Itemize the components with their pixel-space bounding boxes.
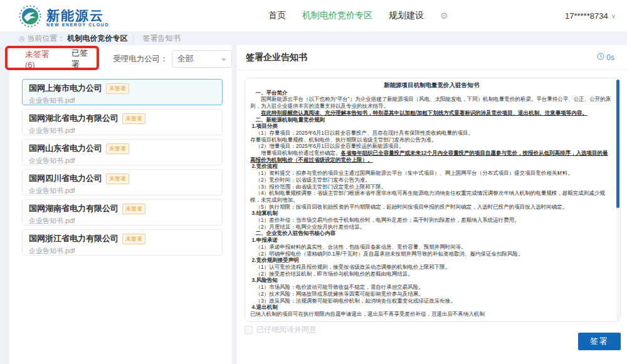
agree-row: 已仔细阅读并同意 [245, 325, 317, 335]
unsigned-status-badge: 未签署 [122, 204, 145, 214]
doc-line: （5）执行期限：按项目回收初始投资的平均期限确定，起始时间按项目申报的投产时间确… [250, 204, 613, 211]
agree-label: 已仔细阅读并同意 [256, 325, 317, 335]
doc-line: 已纳入机制的项目可在执行期限内自愿申请退出，退出后不再享受差价补偿，且退出后不再… [250, 311, 613, 318]
doc-line: （2）增量项目：2025年6月1日以后全容量投运的新能源项目。 [250, 143, 613, 150]
doc-line: （2）月度结算：电网企业按月执行差价结算。 [250, 224, 613, 231]
doc-line: （3）政策风险：法规调整可能影响电价机制，如消纳责任权重变化或绿证政策衔接。 [250, 298, 613, 304]
company-name: 国网上海市电力公司 [29, 83, 102, 94]
company-card[interactable]: 国网四川省电力公司 未签署 企业告知书.pdf [22, 169, 223, 195]
company-name: 国网浙江省电力有限公司 [29, 233, 119, 244]
sign-panel: 签署企业告知书 0s 新能源项目机制电量竞价入驻告知书一、平台简介国网新能源云平… [237, 45, 627, 364]
company-card[interactable]: 国网湖北省电力有限公司 未签署 企业告知书.pdf [22, 109, 223, 135]
doc-line: 二、企业竞价入驻告知书核心内容 [250, 230, 613, 237]
doc-line: 2.竞价流程 [250, 163, 613, 170]
company-card[interactable]: 国网上海市电力公司 未签署 企业告知书.pdf [22, 79, 223, 105]
doc-line: 2.竞价规则接受声明 [250, 257, 613, 264]
doc-line: （3）报价范围：由省级主管部门设定竞价上限和下限。 [250, 184, 613, 190]
nav-item-bidding-zone[interactable]: 机制电价竞价专区 [302, 10, 372, 21]
document-scrollbar-thumb[interactable] [616, 80, 619, 208]
doc-line: （4）机制电量规模调整：省级主管部门根据本省年度非水电可再生能源电力消纳责任权重… [250, 190, 613, 203]
company-card-top: 国网湖北省电力有限公司 未签署 [29, 113, 216, 124]
unsigned-status-badge: 未签署 [106, 143, 129, 154]
document-content: 新能源项目机制电量竞价入驻告知书一、平台简介国网新能源云平台（以下也称为“平台”… [250, 82, 613, 321]
clock-icon [597, 53, 604, 62]
doc-line: （1）存量项目：2025年6月1日以前全容量投产、且存在现行具有保障性质收购电量… [250, 130, 613, 137]
doc-line: （2）竞价时间：以省级主管部门发布公告为准。 [250, 177, 613, 184]
tabs-row: 未签署(6) 已签署 受理电力公司： 全部 [9, 45, 232, 73]
doc-line: 存量项目机制电量规模、机制电价、执行期限以省级主管部门发布的公告为准。 [250, 137, 613, 143]
gear-icon[interactable]: ⚙ [440, 11, 448, 21]
location-pin-icon: ◎ [19, 34, 25, 43]
notice-document: 新能源项目机制电量竞价入驻告知书一、平台简介国网新能源云平台（以下也称为“平台”… [245, 78, 621, 322]
chevron-down-icon: ∨ [611, 13, 616, 19]
agree-checkbox[interactable] [245, 326, 253, 334]
doc-line: （1）差价补偿：当市场交易均价低于机制电价时，电网补足差价；高于时则扣除差价，差… [250, 217, 613, 224]
timer-value: 0s [606, 53, 614, 62]
doc-line: 国网新能源云平台（以下也称为“平台”）为企业搭建了新能源项目（风电、太阳能发电，… [250, 96, 613, 109]
company-file: 企业告知书.pdf [29, 186, 216, 195]
logo[interactable]: 新能源云 NEW ENERGY CLOUD [19, 5, 109, 30]
doc-line: 增量项目机制电价通过竞价确定。各省每年组织已全容量投产或未来12个月内全容量投产… [250, 150, 613, 163]
top-bar: 新能源云 NEW ENERGY CLOUD 首页 机制电价竞价专区 规划建设 ⚙… [0, 0, 627, 31]
company-file: 企业告知书.pdf [29, 216, 216, 226]
power-company-select-value: 全部 [177, 53, 194, 65]
company-card[interactable]: 国网山东省电力公司 未签署 企业告知书.pdf [22, 139, 223, 165]
doc-line: 一、平台简介 [250, 90, 613, 96]
company-card-top: 国网浙江省电力有限公司 未签署 [29, 233, 216, 244]
doc-line: （1）资料提交：拟参与竞价的项目业主通过国网新能源云平台（集中式项目）、网上国网… [250, 170, 613, 177]
doc-line: （2）明确申报电价（需精确到0.1厘/千瓦时）及自愿承担未按期并网导致的补贴资格… [250, 251, 613, 257]
company-list: 国网上海市电力公司 未签署 企业告知书.pdf 国网湖北省电力有限公司 未签署 … [9, 73, 232, 256]
nav-item-home[interactable]: 首页 [268, 10, 286, 21]
company-file: 企业告知书.pdf [29, 96, 216, 105]
power-company-select[interactable]: 全部 [172, 50, 232, 68]
unsigned-status-badge: 未签署 [122, 113, 145, 124]
filter-label: 受理电力公司： [113, 54, 168, 65]
company-file: 企业告知书.pdf [29, 126, 216, 135]
doc-line: （1）承诺申报材料的真实性、合法性，包括项目备案信息、竞价容量、预期并网时间等。 [250, 244, 613, 251]
nav-item-planning[interactable]: 规划建设 [389, 10, 424, 21]
read-timer: 0s [597, 53, 614, 62]
logo-title: 新能源云 [46, 9, 109, 23]
tab-signed[interactable]: 已签署 [71, 48, 90, 70]
company-file: 企业告知书.pdf [29, 246, 216, 256]
account-menu[interactable]: 17*****8734 ∨ [565, 0, 616, 31]
doc-line: 二、新能源机制电量竞价规则 [250, 117, 613, 123]
breadcrumb-current: 签署告知书 [143, 33, 181, 44]
breadcrumb-section[interactable]: 机制电价竞价专区 [68, 33, 128, 44]
breadcrumb: ◎ 当前位置： 机制电价竞价专区 〉 签署告知书 [0, 31, 627, 45]
account-phone: 17*****8734 [565, 11, 608, 21]
logo-subtitle: NEW ENERGY CLOUD [46, 23, 109, 27]
panel-header: 签署企业告知书 0s [237, 45, 627, 70]
breadcrumb-label: 当前位置： [28, 33, 65, 44]
doc-line: 在此特别提醒您认真阅读、充分理解本告知书，特别是其中以加粗/加粗下划线方式显著标… [250, 110, 613, 117]
doc-line: 1.申报承诺 [250, 237, 613, 244]
company-card-top: 国网四川省电力公司 未签署 [29, 173, 216, 184]
new-energy-cloud-logo-icon [19, 5, 41, 30]
company-card[interactable]: 国网浙江省电力有限公司 未签署 企业告知书.pdf [22, 229, 223, 256]
sign-button[interactable]: 签署 [578, 333, 621, 350]
doc-line: （2）技术风险：网络故障或系统瘫痪等因素可能影响竞价参与及结果。 [250, 291, 613, 298]
doc-line: 3.风险告知 [250, 277, 613, 284]
company-card[interactable]: 国网湖南省电力有限公司 未签署 企业告知书.pdf [22, 199, 223, 226]
breadcrumb-separator: 〉 [132, 33, 139, 44]
company-file: 企业告知书.pdf [29, 156, 216, 165]
doc-line: 新能源项目机制电量竞价入驻告知书 [250, 82, 613, 89]
doc-line: （2）接受差价结算机制，即市场价与机制电价的差额由电网结算。 [250, 271, 613, 278]
doc-line: 3.结算机制 [250, 210, 613, 217]
company-name: 国网四川省电力公司 [29, 173, 102, 184]
company-card-top: 国网山东省电力公司 未签署 [29, 143, 216, 154]
unsigned-status-badge: 未签署 [106, 83, 129, 94]
company-name: 国网山东省电力公司 [29, 143, 102, 154]
chevron-down-icon [221, 58, 226, 61]
doc-line: 1.项目分类 [250, 123, 613, 130]
company-name: 国网湖南省电力有限公司 [29, 203, 119, 214]
doc-line: （1）认可竞价流程及报价规则，接受按省级政策动态调整的机制电价上限和下限。 [250, 264, 613, 271]
unsigned-status-badge: 未签署 [122, 234, 145, 244]
company-name: 国网湖北省电力有限公司 [29, 113, 119, 124]
company-card-top: 国网湖南省电力有限公司 未签署 [29, 203, 216, 214]
tab-unsigned[interactable]: 未签署(6) [25, 49, 51, 70]
doc-line: （1）市场风险：电价波动可能导致收益不稳定，需自行承担交易风险。 [250, 284, 613, 291]
panel-title: 签署企业告知书 [246, 52, 307, 63]
company-sidebar: 未签署(6) 已签署 受理电力公司： 全部 国网上海市电力公司 未签署 企业告知… [9, 45, 232, 364]
company-card-top: 国网上海市电力公司 未签署 [29, 83, 216, 94]
